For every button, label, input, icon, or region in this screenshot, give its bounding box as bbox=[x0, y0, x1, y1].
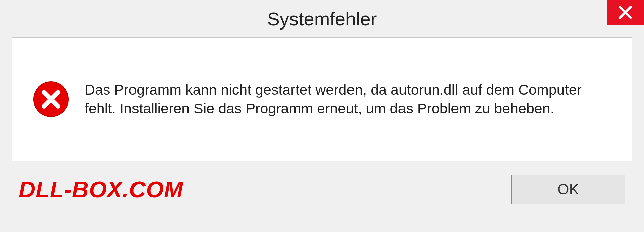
close-icon bbox=[618, 5, 633, 21]
ok-button-label: OK bbox=[557, 181, 579, 198]
watermark-text: DLL-BOX.COM bbox=[19, 176, 183, 202]
dialog-title: Systemfehler bbox=[267, 8, 377, 30]
footer: DLL-BOX.COM OK bbox=[0, 161, 644, 204]
error-icon bbox=[33, 81, 69, 118]
error-message: Das Programm kann nicht gestartet werden… bbox=[85, 80, 611, 118]
content-panel: Das Programm kann nicht gestartet werden… bbox=[12, 37, 632, 161]
titlebar: Systemfehler bbox=[0, 0, 644, 37]
ok-button[interactable]: OK bbox=[511, 175, 625, 204]
close-button[interactable] bbox=[607, 0, 644, 25]
